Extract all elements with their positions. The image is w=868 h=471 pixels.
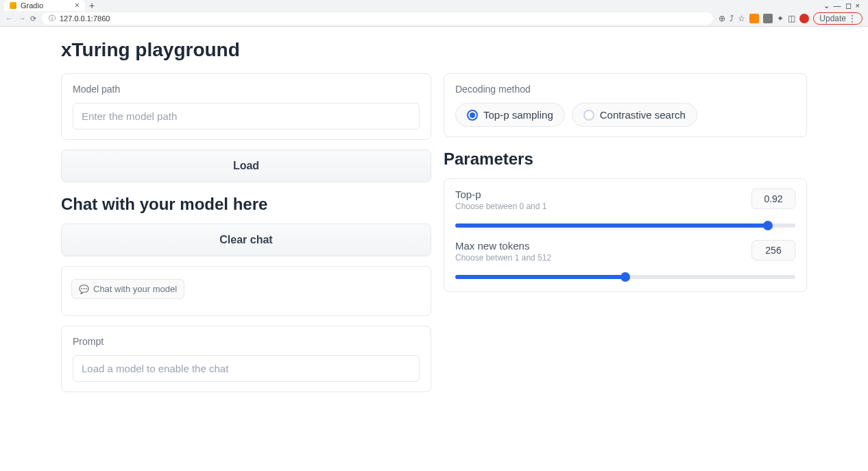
top-p-value[interactable]: 0.92 — [751, 189, 795, 209]
chat-empty-chip: 💬 Chat with your model — [71, 279, 184, 299]
tab-favicon-icon — [10, 2, 16, 9]
back-icon[interactable]: ← — [5, 14, 14, 23]
chat-section-title: Chat with your model here — [61, 195, 431, 214]
nav-buttons: ← → ⟳ — [5, 14, 36, 23]
site-info-icon[interactable]: ⓘ — [49, 14, 56, 23]
url-box[interactable]: ⓘ 127.0.0.1:7860 — [42, 12, 713, 25]
extensions-icon[interactable]: ✦ — [777, 14, 784, 23]
chat-icon: 💬 — [79, 285, 89, 294]
slider-thumb-icon[interactable] — [763, 221, 773, 230]
column-right: Decoding method Top-p sampling Contrasti… — [444, 73, 807, 392]
radio-top-p[interactable]: Top-p sampling — [455, 103, 565, 127]
param-max-tokens: Max new tokens Choose betwen 1 and 512 2… — [455, 240, 795, 279]
model-path-label: Model path — [73, 84, 420, 95]
max-tokens-slider[interactable] — [455, 275, 795, 279]
radio-contrastive[interactable]: Contrastive search — [572, 103, 697, 127]
maximize-icon[interactable]: ◻ — [845, 1, 852, 10]
chevron-down-icon[interactable]: ⌄ — [823, 1, 830, 10]
chat-area: 💬 Chat with your model — [61, 266, 431, 316]
load-button[interactable]: Load — [61, 149, 431, 182]
close-window-icon[interactable]: × — [856, 1, 860, 10]
app-root: xTuring playground Model path Load Chat … — [50, 27, 818, 404]
decoding-radio-group: Top-p sampling Contrastive search — [455, 103, 795, 127]
close-icon[interactable]: × — [75, 1, 80, 10]
slider-fill — [455, 224, 768, 228]
decoding-panel: Decoding method Top-p sampling Contrasti… — [444, 73, 807, 137]
radio-top-p-label: Top-p sampling — [483, 109, 553, 121]
radio-contrastive-label: Contrastive search — [600, 109, 686, 121]
bookmark-icon[interactable]: ☆ — [738, 14, 745, 23]
reload-icon[interactable]: ⟳ — [30, 14, 36, 23]
forward-icon[interactable]: → — [18, 14, 26, 23]
window-controls: ⌄ — ◻ × — [823, 1, 864, 10]
tab-strip: Gradio × + ⌄ — ◻ × — [0, 0, 868, 11]
top-p-desc: Choose between 0 and 1 — [455, 202, 546, 211]
update-button[interactable]: Update⋮ — [813, 12, 863, 25]
url-text: 127.0.0.1:7860 — [60, 14, 110, 23]
prompt-input[interactable] — [73, 355, 420, 382]
radio-dot-icon — [583, 110, 594, 121]
param-top-p: Top-p Choose between 0 and 1 0.92 — [455, 189, 795, 228]
tab-title: Gradio — [21, 1, 71, 10]
new-tab-button[interactable]: + — [89, 0, 95, 11]
decoding-label: Decoding method — [455, 84, 795, 95]
devtools-icon[interactable]: ◫ — [788, 14, 795, 23]
chat-empty-label: Chat with your model — [93, 284, 177, 294]
browser-chrome: Gradio × + ⌄ — ◻ × ← → ⟳ ⓘ 127.0.0.1:786… — [0, 0, 868, 27]
slider-fill — [455, 275, 625, 279]
minimize-icon[interactable]: — — [834, 1, 841, 10]
radio-dot-icon — [467, 110, 478, 121]
share-icon[interactable]: ⤴ — [730, 14, 734, 23]
page-title: xTuring playground — [61, 39, 807, 61]
column-left: Model path Load Chat with your model her… — [61, 73, 431, 392]
prompt-label: Prompt — [73, 336, 420, 347]
update-label: Update — [819, 14, 846, 23]
more-icon: ⋮ — [848, 14, 856, 23]
extension-a-icon[interactable] — [749, 14, 759, 23]
max-tokens-value[interactable]: 256 — [751, 240, 795, 261]
extension-b-icon[interactable] — [763, 14, 773, 23]
model-path-input[interactable] — [73, 103, 420, 130]
top-p-slider[interactable] — [455, 224, 795, 228]
browser-tab[interactable]: Gradio × — [4, 0, 85, 11]
max-tokens-label: Max new tokens — [455, 240, 551, 252]
avatar[interactable] — [799, 14, 809, 23]
top-p-label: Top-p — [455, 189, 546, 200]
chrome-actions: ⊕ ⤴ ☆ ✦ ◫ Update⋮ — [719, 12, 863, 25]
parameters-section-title: Parameters — [444, 149, 807, 169]
clear-chat-button[interactable]: Clear chat — [61, 224, 431, 256]
columns: Model path Load Chat with your model her… — [61, 73, 807, 392]
prompt-panel: Prompt — [61, 326, 431, 392]
address-bar: ← → ⟳ ⓘ 127.0.0.1:7860 ⊕ ⤴ ☆ ✦ ◫ Update⋮ — [0, 11, 868, 26]
max-tokens-desc: Choose betwen 1 and 512 — [455, 253, 551, 263]
zoom-icon[interactable]: ⊕ — [719, 14, 725, 23]
model-path-panel: Model path — [61, 73, 431, 140]
slider-thumb-icon[interactable] — [620, 272, 630, 282]
parameters-panel: Top-p Choose between 0 and 1 0.92 Max ne… — [444, 178, 807, 292]
